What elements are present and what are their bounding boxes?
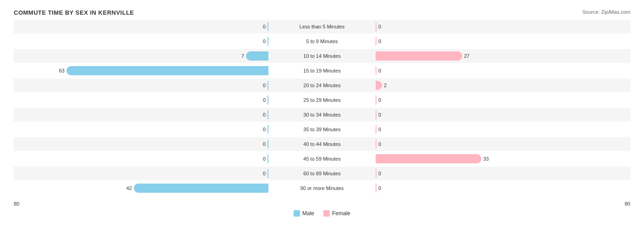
row-label: 5 to 9 Minutes [269,39,375,44]
row-label: 35 to 39 Minutes [269,127,375,132]
chart-row: 6315 to 19 Minutes0 [14,64,630,78]
male-value: 7 [235,53,244,59]
male-bar [267,169,268,178]
female-bar [376,22,377,31]
female-value: 0 [378,97,387,103]
chart-area: 0Less than 5 Minutes005 to 9 Minutes0710… [14,20,630,199]
female-value: 0 [378,171,387,176]
row-label: 15 to 19 Minutes [269,68,375,73]
legend-female-box [323,210,330,217]
bar-section-left: 7 [14,49,269,63]
bar-section-left: 0 [14,137,269,151]
bar-section-left: 0 [14,78,269,92]
bar-section-left: 0 [14,152,269,166]
male-bar [267,81,268,90]
female-value: 0 [378,185,387,191]
chart-row: 0Less than 5 Minutes0 [14,20,630,33]
chart-row: 030 to 34 Minutes0 [14,108,630,122]
bar-section-left: 42 [14,181,269,195]
chart-row: 045 to 59 Minutes33 [14,152,630,166]
male-bar [267,95,268,105]
male-bar [267,22,268,31]
female-bar [376,66,377,75]
male-bar [267,110,268,119]
bar-section-right: 0 [375,167,630,180]
male-value: 0 [257,141,266,147]
male-value: 0 [257,127,266,132]
female-bar [376,37,377,46]
bar-section-right: 2 [375,78,630,92]
bar-section-right: 27 [375,49,630,63]
row-label: 20 to 24 Minutes [269,83,375,88]
chart-row: 710 to 14 Minutes27 [14,49,630,63]
female-value: 2 [384,83,393,88]
legend-female: Female [323,210,350,217]
legend: Male Female [14,210,630,217]
chart-row: 4290 or more Minutes0 [14,181,630,195]
female-value: 33 [483,156,492,162]
chart-row: 025 to 29 Minutes0 [14,93,630,107]
row-label: 40 to 44 Minutes [269,141,375,147]
female-bar [376,95,377,105]
row-label: 25 to 29 Minutes [269,97,375,103]
male-value: 0 [257,83,266,88]
male-value: 0 [257,24,266,29]
male-value: 0 [257,97,266,103]
bar-section-left: 0 [14,93,269,107]
bar-section-right: 0 [375,123,630,136]
row-label: 90 or more Minutes [269,185,375,191]
bar-section-left: 63 [14,64,269,78]
male-value: 0 [257,39,266,44]
bar-section-left: 0 [14,34,269,48]
bar-section-right: 0 [375,108,630,122]
legend-male-box [294,210,300,217]
bar-section-right: 0 [375,93,630,107]
bar-section-left: 0 [14,108,269,122]
chart-row: 040 to 44 Minutes0 [14,137,630,151]
female-value: 0 [378,127,387,132]
bar-section-right: 0 [375,181,630,195]
male-value: 0 [257,171,266,176]
bar-section-right: 0 [375,20,630,33]
legend-male-label: Male [302,210,314,217]
row-label: 45 to 59 Minutes [269,156,375,162]
row-label: 30 to 34 Minutes [269,112,375,117]
chart-title: COMMUTE TIME BY SEX IN KERNVILLE [14,9,630,16]
male-bar [134,184,268,193]
female-bar [376,110,377,119]
axis-bottom: 80 80 [14,201,630,207]
legend-male: Male [294,210,314,217]
female-bar [376,125,377,134]
male-value: 0 [257,156,266,162]
chart-container: COMMUTE TIME BY SEX IN KERNVILLE Source:… [0,0,644,240]
bar-section-left: 0 [14,123,269,136]
male-bar [246,51,268,61]
legend-female-label: Female [332,210,350,217]
row-label: 60 to 89 Minutes [269,171,375,176]
female-bar [376,51,462,61]
female-value: 27 [464,53,473,59]
axis-right-label: 80 [625,201,630,207]
female-value: 0 [378,141,387,147]
female-bar [376,169,377,178]
female-value: 0 [378,68,387,73]
male-bar [267,154,268,163]
bar-section-left: 0 [14,167,269,180]
bar-section-right: 33 [375,152,630,166]
chart-row: 05 to 9 Minutes0 [14,34,630,48]
male-bar [267,125,268,134]
female-bar [376,81,382,90]
female-value: 0 [378,24,387,29]
female-bar [376,184,377,193]
row-label: 10 to 14 Minutes [269,53,375,59]
male-value: 63 [55,68,65,73]
axis-left-label: 80 [14,201,19,207]
male-bar [267,37,268,46]
chart-row: 060 to 89 Minutes0 [14,167,630,180]
source-text: Source: ZipAtlas.com [582,9,630,15]
male-bar [66,66,268,75]
male-bar [267,140,268,149]
female-value: 0 [378,112,387,117]
chart-row: 020 to 24 Minutes2 [14,78,630,92]
male-value: 42 [123,185,132,191]
